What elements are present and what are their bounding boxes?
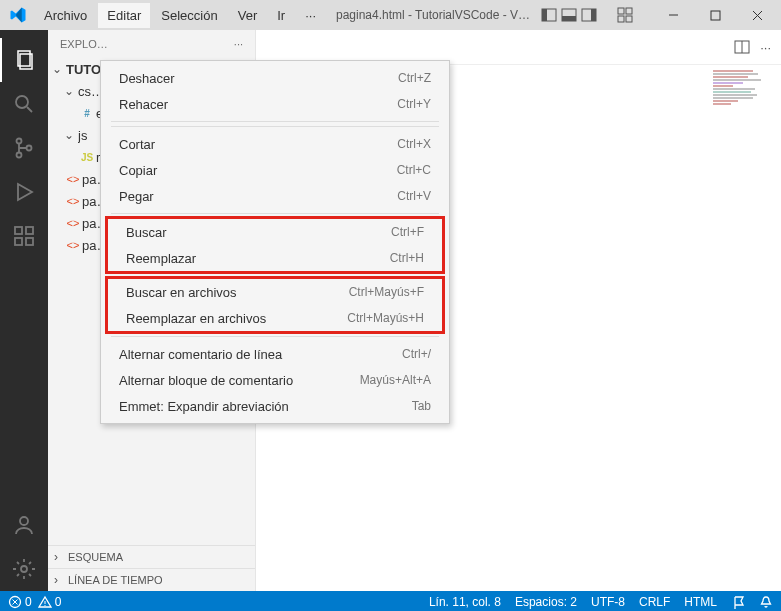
menubar: ArchivoEditarSelecciónVerIr··· <box>35 3 325 28</box>
menu-item-selección[interactable]: Selección <box>152 3 226 28</box>
status-language[interactable]: HTML <box>684 595 717 609</box>
run-debug-icon[interactable] <box>0 170 48 214</box>
status-bell-icon[interactable] <box>759 595 773 609</box>
svg-rect-22 <box>15 238 22 245</box>
menu-option[interactable]: BuscarCtrl+F <box>108 219 442 245</box>
svg-point-18 <box>17 139 22 144</box>
svg-rect-9 <box>626 16 632 22</box>
search-icon[interactable] <box>0 82 48 126</box>
svg-rect-7 <box>626 8 632 14</box>
svg-rect-6 <box>618 8 624 14</box>
svg-rect-5 <box>591 9 596 21</box>
menu-item-ir[interactable]: Ir <box>268 3 294 28</box>
menu-option[interactable]: ReemplazarCtrl+H <box>108 245 442 271</box>
extensions-icon[interactable] <box>0 214 48 258</box>
menu-option[interactable]: CopiarCtrl+C <box>101 157 449 183</box>
outline-section[interactable]: ›ESQUEMA <box>48 545 255 568</box>
menu-item-ver[interactable]: Ver <box>229 3 267 28</box>
menu-option[interactable]: CortarCtrl+X <box>101 131 449 157</box>
split-editor-icon[interactable] <box>734 39 750 55</box>
window-controls <box>653 0 781 30</box>
menu-option[interactable]: PegarCtrl+V <box>101 183 449 209</box>
svg-rect-3 <box>562 16 576 21</box>
menu-item-archivo[interactable]: Archivo <box>35 3 96 28</box>
sidebar-title: EXPLO… <box>60 38 108 50</box>
vscode-logo-icon <box>0 6 35 24</box>
chevron-right-icon: › <box>54 573 68 587</box>
chevron-down-icon: ⌄ <box>64 84 78 98</box>
window-title: pagina4.html - TutorialVSCode - V… <box>325 8 541 22</box>
svg-point-16 <box>16 96 28 108</box>
menu-option[interactable]: Alternar bloque de comentarioMayús+Alt+A <box>101 367 449 393</box>
activity-bar <box>0 30 48 591</box>
svg-rect-8 <box>618 16 624 22</box>
menu-option[interactable]: RehacerCtrl+Y <box>101 91 449 117</box>
svg-point-19 <box>17 153 22 158</box>
menu-option[interactable]: Alternar comentario de líneaCtrl+/ <box>101 341 449 367</box>
menu-item-editar[interactable]: Editar <box>98 3 150 28</box>
maximize-button[interactable] <box>695 0 735 30</box>
minimize-button[interactable] <box>653 0 693 30</box>
edit-menu-dropdown: DeshacerCtrl+ZRehacerCtrl+YCortarCtrl+XC… <box>100 60 450 424</box>
svg-rect-24 <box>26 227 33 234</box>
layout-controls[interactable] <box>541 7 633 23</box>
titlebar: ArchivoEditarSelecciónVerIr··· pagina4.h… <box>0 0 781 30</box>
chevron-down-icon: ⌄ <box>64 128 78 142</box>
svg-rect-11 <box>711 11 720 20</box>
timeline-section[interactable]: ›LÍNEA DE TIEMPO <box>48 568 255 591</box>
svg-rect-21 <box>15 227 22 234</box>
editor-more-icon[interactable]: ··· <box>760 40 771 55</box>
settings-icon[interactable] <box>0 547 48 591</box>
menu-option[interactable]: Emmet: Expandir abreviaciónTab <box>101 393 449 419</box>
status-warnings[interactable]: 0 <box>38 595 62 609</box>
status-bar: 0 0 Lín. 11, col. 8 Espacios: 2 UTF-8 CR… <box>0 591 781 611</box>
menu-option[interactable]: DeshacerCtrl+Z <box>101 65 449 91</box>
svg-line-17 <box>27 107 32 112</box>
sidebar-more-icon[interactable]: ··· <box>234 38 243 50</box>
status-feedback-icon[interactable] <box>731 595 745 609</box>
source-control-icon[interactable] <box>0 126 48 170</box>
svg-point-20 <box>27 146 32 151</box>
menu-item-···[interactable]: ··· <box>296 3 325 28</box>
explorer-icon[interactable] <box>0 38 48 82</box>
status-eol[interactable]: CRLF <box>639 595 670 609</box>
menu-option[interactable]: Buscar en archivosCtrl+Mayús+F <box>108 279 442 305</box>
status-errors[interactable]: 0 <box>8 595 32 609</box>
chevron-right-icon: › <box>54 550 68 564</box>
sidebar-header: EXPLO… ··· <box>48 30 255 58</box>
svg-rect-23 <box>26 238 33 245</box>
account-icon[interactable] <box>0 503 48 547</box>
status-encoding[interactable]: UTF-8 <box>591 595 625 609</box>
chevron-down-icon: ⌄ <box>52 62 66 76</box>
minimap[interactable] <box>713 70 763 106</box>
status-cursor-position[interactable]: Lín. 11, col. 8 <box>429 595 501 609</box>
svg-rect-1 <box>542 9 547 21</box>
status-indentation[interactable]: Espacios: 2 <box>515 595 577 609</box>
svg-point-33 <box>44 605 45 606</box>
close-button[interactable] <box>737 0 777 30</box>
svg-point-26 <box>21 566 27 572</box>
svg-point-25 <box>20 517 28 525</box>
menu-option[interactable]: Reemplazar en archivosCtrl+Mayús+H <box>108 305 442 331</box>
